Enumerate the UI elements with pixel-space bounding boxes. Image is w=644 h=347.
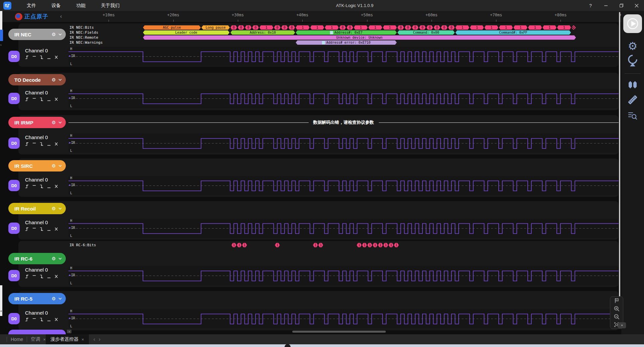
annotation-segment[interactable]: 0 xyxy=(289,25,295,30)
annotation-segment[interactable]: 1 xyxy=(455,25,469,30)
gear-icon[interactable]: ⚙ xyxy=(51,163,56,168)
decoder-header-ir-irmp[interactable]: IR IRMP ⚙ xyxy=(8,117,66,128)
channel-badge[interactable]: D0 xyxy=(8,93,20,104)
tab-nav-left-icon[interactable]: ‹ xyxy=(94,336,96,343)
annotation-segment[interactable]: 0 xyxy=(405,25,412,30)
trigger-either-edge-icon[interactable] xyxy=(54,227,58,231)
annotation-segment[interactable]: 1 xyxy=(368,25,382,30)
annotation-segment[interactable]: 0 xyxy=(397,25,404,30)
annotation-segment[interactable]: 1 xyxy=(237,243,242,247)
annotation-segment[interactable]: 0 xyxy=(245,25,252,30)
trigger-low-level-icon[interactable] xyxy=(47,184,51,189)
annotation-segment[interactable]: 1 xyxy=(394,243,399,247)
annotation-segment[interactable]: 1 xyxy=(484,25,498,30)
annotation-segment[interactable]: 0 xyxy=(427,25,433,30)
channel-badge[interactable]: D0 xyxy=(8,270,20,281)
annotation-segment[interactable]: Command: 0x00 xyxy=(397,30,455,35)
annotation-segment[interactable]: 1 xyxy=(296,25,310,30)
trigger-high-level-icon[interactable] xyxy=(32,142,36,146)
annotation-segment[interactable]: 0 xyxy=(448,25,455,30)
annotation-segment[interactable]: 1 xyxy=(542,25,556,30)
gear-icon[interactable]: ⚙ xyxy=(51,77,56,82)
annotation-segment[interactable]: 1 xyxy=(388,243,393,247)
ruler-measure-icon[interactable] xyxy=(627,94,639,106)
trigger-low-level-icon[interactable] xyxy=(47,227,51,231)
trigger-high-level-icon[interactable] xyxy=(32,227,36,231)
menu-device[interactable]: 设备 xyxy=(51,3,61,9)
tab-home[interactable]: Home xyxy=(11,334,23,344)
close-tab-icon[interactable]: × xyxy=(43,337,46,342)
annotation-segment[interactable]: 0 xyxy=(230,25,237,30)
decoder-header-partial[interactable] xyxy=(8,330,66,334)
trigger-either-edge-icon[interactable] xyxy=(54,274,58,279)
trigger-falling-edge-icon[interactable] xyxy=(39,184,44,189)
annotation-segment[interactable]: 0 xyxy=(419,25,426,30)
scroll-down-button[interactable]: ▾ xyxy=(618,322,626,328)
waveform-row[interactable]: H ▶IR L xyxy=(68,266,619,285)
waveform-row[interactable]: H ▶IR L xyxy=(68,89,619,108)
trigger-either-edge-icon[interactable] xyxy=(54,317,58,322)
chevron-down-icon[interactable] xyxy=(58,121,62,123)
mini-scroll-box[interactable]: ◂ xyxy=(67,330,71,333)
waveform-row[interactable]: H ▶IR L xyxy=(68,309,619,328)
annotation-segment[interactable]: Address: 0x10 xyxy=(230,30,295,35)
decoder-header-ir-rc6[interactable]: IR RC-6 ⚙ xyxy=(8,253,66,264)
annotation-segment[interactable]: 0 xyxy=(441,25,448,30)
annotation-segment[interactable]: 0 xyxy=(434,25,440,30)
annotation-segment[interactable]: 0 xyxy=(347,25,353,30)
trigger-low-level-icon[interactable] xyxy=(47,97,51,101)
trigger-falling-edge-icon[interactable] xyxy=(39,142,44,146)
close-button[interactable] xyxy=(634,3,639,8)
annotation-segment[interactable]: 0 xyxy=(274,25,281,30)
annotation-segment[interactable]: 1 xyxy=(383,25,397,30)
annotation-segment[interactable]: Unknown device: Unknown xyxy=(143,35,576,40)
trigger-rising-edge-icon[interactable] xyxy=(25,97,29,101)
settings-gear-icon[interactable]: ⚙ xyxy=(628,40,638,52)
chevron-down-icon[interactable] xyxy=(58,79,62,81)
trigger-rising-edge-icon[interactable] xyxy=(25,184,29,189)
gear-icon[interactable]: ⚙ xyxy=(51,296,56,301)
trigger-either-edge-icon[interactable] xyxy=(54,142,58,146)
trigger-low-level-icon[interactable] xyxy=(47,142,51,146)
annotation-segment[interactable]: 1 xyxy=(260,25,274,30)
trigger-position-button[interactable]: 0 xyxy=(612,297,622,304)
vertical-scrollbar[interactable] xyxy=(619,12,620,309)
trigger-low-level-icon[interactable] xyxy=(47,274,51,279)
close-tab-icon[interactable]: × xyxy=(82,337,84,342)
annotation-segment[interactable]: Long pause xyxy=(201,25,230,30)
left-collapse-icon[interactable]: ‹ xyxy=(0,43,2,47)
trigger-falling-edge-icon[interactable] xyxy=(39,55,44,59)
annotation-segment[interactable]: 1 xyxy=(242,243,247,247)
annotation-segment[interactable]: Command#: 0xFF xyxy=(455,30,571,35)
chevron-down-icon[interactable] xyxy=(58,258,62,260)
annotation-segment[interactable]: 0 xyxy=(412,25,419,30)
annotation-segment[interactable]: 1 xyxy=(499,25,513,30)
tab-edifier-remote[interactable]: 漫步者遥控器 × xyxy=(46,334,89,344)
annotation-segment[interactable]: 1 xyxy=(318,243,323,247)
trigger-either-edge-icon[interactable] xyxy=(54,184,58,189)
annotation-segment[interactable]: 1 xyxy=(362,243,367,247)
tab-nav-right-icon[interactable]: › xyxy=(99,336,101,343)
trigger-either-edge-icon[interactable] xyxy=(54,55,58,59)
zoom-in-button[interactable] xyxy=(612,305,622,312)
collapse-panel-icon[interactable]: ‹ xyxy=(60,13,62,19)
annotation-segment[interactable]: 1 xyxy=(325,25,339,30)
decoder-header-ir-recoil[interactable]: IR Recoil ⚙ xyxy=(8,203,66,214)
trigger-low-level-icon[interactable] xyxy=(47,55,51,59)
annotation-segment[interactable]: 1 xyxy=(357,243,362,247)
left-scroll-indicator[interactable] xyxy=(0,30,3,41)
gear-icon[interactable]: ⚙ xyxy=(51,32,56,37)
menu-file[interactable]: 文件 xyxy=(27,3,36,9)
annotation-segment[interactable]: 0 xyxy=(339,25,346,30)
trigger-high-level-icon[interactable] xyxy=(32,55,36,59)
decoder-header-ir-sirc[interactable]: IR SIRC ⚙ xyxy=(8,160,66,171)
minimize-button[interactable] xyxy=(603,3,609,8)
cursors-icon[interactable] xyxy=(627,80,638,90)
annotation-segment[interactable]: 1 xyxy=(231,243,236,247)
chevron-down-icon[interactable] xyxy=(58,165,62,167)
annotation-segment[interactable]: 1 xyxy=(310,25,324,30)
trigger-high-level-icon[interactable] xyxy=(32,184,36,189)
annotation-segment[interactable]: 0 xyxy=(281,25,288,30)
gear-icon[interactable]: ⚙ xyxy=(51,206,56,211)
annotation-segment[interactable]: 1 xyxy=(513,25,527,30)
